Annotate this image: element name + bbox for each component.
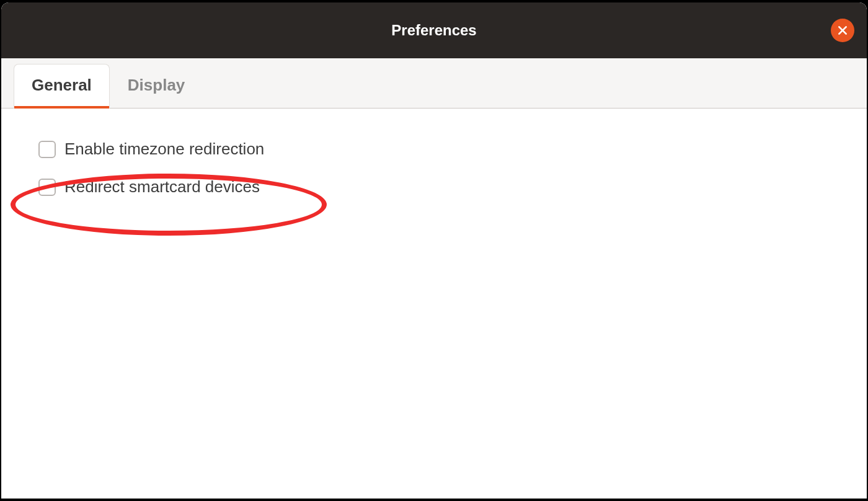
checkbox-label[interactable]: Redirect smartcard devices [64,177,260,197]
checkbox-enable-timezone-redirection[interactable] [38,141,56,158]
tab-general[interactable]: General [14,64,110,109]
preferences-window: Preferences General Display Enable timez… [1,2,867,499]
tab-label: General [32,76,92,94]
tab-content-general: Enable timezone redirection Redirect sma… [1,109,867,499]
tab-display[interactable]: Display [110,64,203,109]
tab-bar: General Display [1,58,867,109]
close-icon [837,25,848,36]
option-redirect-smartcard-devices: Redirect smartcard devices [38,177,830,197]
window-title: Preferences [391,22,476,39]
tab-label: Display [128,76,185,94]
close-button[interactable] [831,19,854,42]
option-enable-timezone-redirection: Enable timezone redirection [38,140,830,159]
titlebar: Preferences [1,2,867,58]
checkbox-label[interactable]: Enable timezone redirection [64,140,264,159]
checkbox-redirect-smartcard-devices[interactable] [38,179,56,196]
